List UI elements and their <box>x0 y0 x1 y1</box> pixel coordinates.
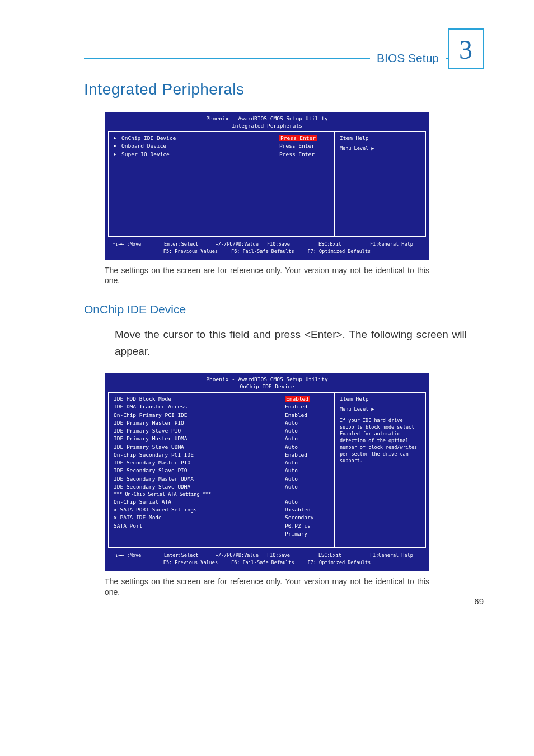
help-title: Item Help <box>340 395 420 403</box>
setting-secondary-slave-udma[interactable]: IDE Secondary Slave UDMAAuto <box>114 483 330 491</box>
key-hint-move: ↑↓→← :Move <box>113 552 164 559</box>
key-hint-value: +/-/PU/PD:Value <box>216 241 267 248</box>
menu-label: OnChip IDE Device <box>121 134 276 142</box>
key-hint-save: F10:Save <box>267 241 318 248</box>
key-hint-help: F1:General Help <box>370 552 421 559</box>
bios-main-area: IDE HDD Block ModeEnabled IDE DMA Transf… <box>109 393 335 547</box>
page-number: 69 <box>474 597 484 606</box>
key-hint-exit: ESC:Exit <box>318 241 370 248</box>
chapter-number-box: 3 <box>448 28 484 69</box>
bios-main-area: ▶ OnChip IDE Device Press Enter ▶ Onboar… <box>109 132 335 236</box>
body-paragraph: Move the cursor to this field and press … <box>115 326 467 359</box>
bios-subtitle: OnChip IDE Device <box>108 383 426 389</box>
bios-help-panel: Item Help Menu Level ▶ <box>335 132 425 236</box>
bios-footer: ↑↓→← :Move Enter:Select +/-/PU/PD:Value … <box>108 237 426 256</box>
setting-secondary-pci-ide[interactable]: On-chip Secondary PCI IDEEnabled <box>114 451 330 459</box>
setting-sata-port: SATA PortP0,P2 is Primary <box>114 522 330 538</box>
key-hint-failsafe: F6: Fail-Safe Defaults <box>231 559 294 566</box>
bios-title: Phoenix - AwardBIOS CMOS Setup Utility <box>108 376 426 382</box>
header-section-label: BIOS Setup <box>370 51 446 65</box>
section-header-sata: *** On-Chip Serial ATA Setting *** <box>114 491 330 498</box>
menu-item-super-io[interactable]: ▶ Super IO Device Press Enter <box>114 151 330 158</box>
figure-caption: The settings on the screen are for refer… <box>105 265 429 287</box>
setting-onchip-sata[interactable]: On-Chip Serial ATAAuto <box>114 498 330 506</box>
setting-pata-ide-mode: x PATA IDE ModeSecondary <box>114 514 330 522</box>
menu-value: Press Enter <box>279 151 330 158</box>
bios-subtitle: Integrated Peripherals <box>108 123 426 129</box>
key-hint-prev: F5: Previous Values <box>163 248 218 255</box>
setting-dma-transfer[interactable]: IDE DMA Transfer AccessEnabled <box>114 403 330 411</box>
triangle-icon: ▶ <box>114 135 118 142</box>
setting-primary-slave-pio[interactable]: IDE Primary Slave PIOAuto <box>114 427 330 435</box>
key-hint-optimized: F7: Optimized Defaults <box>308 559 371 566</box>
setting-primary-pci-ide[interactable]: On-Chip Primary PCI IDEEnabled <box>114 411 330 419</box>
setting-secondary-slave-pio[interactable]: IDE Secondary Slave PIOAuto <box>114 467 330 475</box>
main-heading: Integrated Peripherals <box>84 81 484 98</box>
help-title: Item Help <box>340 134 420 142</box>
key-hint-optimized: F7: Optimized Defaults <box>308 248 371 255</box>
bios-footer: ↑↓→← :Move Enter:Select +/-/PU/PD:Value … <box>108 548 426 567</box>
figure-caption: The settings on the screen are for refer… <box>105 576 429 598</box>
help-level: Menu Level ▶ <box>340 406 420 413</box>
bios-panel-onchip-ide: Phoenix - AwardBIOS CMOS Setup Utility O… <box>105 373 429 571</box>
triangle-icon: ▶ <box>114 143 118 149</box>
setting-primary-master-pio[interactable]: IDE Primary Master PIOAuto <box>114 419 330 427</box>
key-hint-select: Enter:Select <box>164 552 216 559</box>
menu-value: Press Enter <box>279 135 317 141</box>
setting-secondary-master-udma[interactable]: IDE Secondary Master UDMAAuto <box>114 475 330 483</box>
key-hint-failsafe: F6: Fail-Safe Defaults <box>231 248 294 255</box>
bios-panel-peripherals: Phoenix - AwardBIOS CMOS Setup Utility I… <box>105 112 429 260</box>
key-hint-exit: ESC:Exit <box>318 552 370 559</box>
menu-value: Press Enter <box>279 142 330 150</box>
page-header: BIOS Setup 3 <box>84 28 484 64</box>
help-level: Menu Level ▶ <box>340 145 420 152</box>
setting-sata-port-speed: x SATA PORT Speed SettingsDisabled <box>114 506 330 514</box>
bios-help-panel: Item Help Menu Level ▶ If your IDE hard … <box>335 393 425 547</box>
sub-heading-onchip-ide: OnChip IDE Device <box>84 303 484 316</box>
key-hint-value: +/-/PU/PD:Value <box>216 552 267 559</box>
help-text: If your IDE hard drive supports block mo… <box>340 417 420 464</box>
setting-hdd-block-mode[interactable]: IDE HDD Block ModeEnabled <box>114 395 330 403</box>
menu-label: Super IO Device <box>121 151 276 158</box>
setting-secondary-master-pio[interactable]: IDE Secondary Master PIOAuto <box>114 459 330 467</box>
menu-item-onchip-ide[interactable]: ▶ OnChip IDE Device Press Enter <box>114 134 330 142</box>
setting-primary-slave-udma[interactable]: IDE Primary Slave UDMAAuto <box>114 443 330 451</box>
key-hint-prev: F5: Previous Values <box>163 559 218 566</box>
key-hint-save: F10:Save <box>267 552 318 559</box>
key-hint-select: Enter:Select <box>164 241 216 248</box>
menu-item-onboard-device[interactable]: ▶ Onboard Device Press Enter <box>114 142 330 150</box>
triangle-icon: ▶ <box>114 151 118 158</box>
setting-primary-master-udma[interactable]: IDE Primary Master UDMAAuto <box>114 435 330 443</box>
key-hint-move: ↑↓→← :Move <box>113 241 164 248</box>
key-hint-help: F1:General Help <box>370 241 421 248</box>
menu-label: Onboard Device <box>121 142 276 150</box>
bios-title: Phoenix - AwardBIOS CMOS Setup Utility <box>108 115 426 121</box>
